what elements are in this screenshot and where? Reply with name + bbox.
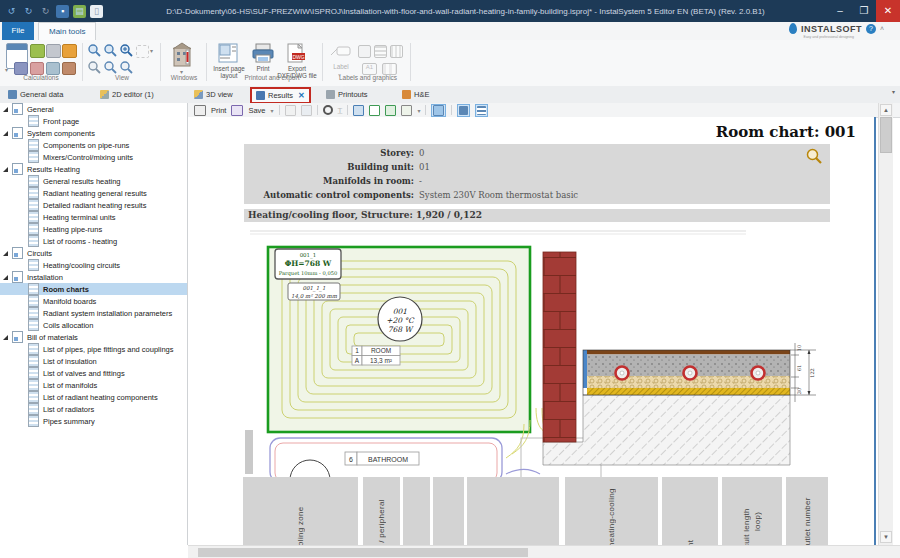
tree-leaf-list-manifolds[interactable]: List of manifolds: [0, 379, 187, 391]
layout-toggle-1[interactable]: [431, 104, 446, 117]
calc-option-3-icon[interactable]: [62, 44, 77, 58]
file-menu-button[interactable]: File: [2, 22, 34, 40]
tree-leaf-room-charts[interactable]: Room charts: [0, 283, 187, 295]
tree-leaf-front-page[interactable]: Front page: [0, 115, 187, 127]
calc-option-2-icon[interactable]: [46, 44, 61, 58]
zoom-in-icon[interactable]: [88, 44, 101, 57]
maximize-button[interactable]: ❐: [852, 0, 876, 22]
tree-node-circuits[interactable]: Circuits: [0, 247, 187, 259]
calc-option-1-icon[interactable]: [30, 44, 45, 58]
horizontal-scroll-thumb[interactable]: [198, 548, 528, 557]
tabbar-overflow-icon[interactable]: ▾: [892, 88, 895, 95]
calc-option-7-icon[interactable]: [62, 62, 76, 75]
save-toolbar-label[interactable]: Save: [248, 106, 265, 115]
calculations-caret-icon[interactable]: ▾: [5, 66, 8, 73]
tree-leaf-heating-terminal-units[interactable]: Heating terminal units: [0, 211, 187, 223]
tab-hae[interactable]: H&E: [398, 87, 433, 102]
zoom-fit-icon[interactable]: [104, 61, 117, 74]
print-toolbar-icon[interactable]: [194, 105, 206, 116]
tree-leaf-coils-allocation[interactable]: Coils allocation: [0, 319, 187, 331]
tree-leaf-heating-cooling-circuits[interactable]: Heating/cooling circuits: [0, 259, 187, 271]
tab-results[interactable]: Results ✕: [250, 87, 311, 104]
windows-building-icon[interactable]: [172, 42, 194, 68]
zoom-out-icon[interactable]: [104, 44, 117, 57]
expand-caret-icon[interactable]: [3, 107, 8, 112]
save-icon[interactable]: ▪: [56, 5, 69, 18]
tree-leaf-list-pipes-fittings[interactable]: List of pipes, pipe fittings and couplin…: [0, 343, 187, 355]
tab-general-data[interactable]: General data: [4, 87, 67, 102]
zoom-grid-icon[interactable]: [136, 45, 149, 58]
vertical-scrollbar[interactable]: ▲ ▼: [878, 103, 893, 545]
copy-icon[interactable]: [285, 105, 296, 116]
tab-2d-editor[interactable]: 2D editor (1): [96, 87, 158, 102]
horizontal-scrollbar[interactable]: [188, 545, 900, 558]
zoom-prev-icon[interactable]: [88, 61, 101, 74]
list-graphic-icon[interactable]: [374, 45, 387, 58]
redo-icon[interactable]: ↻: [22, 5, 35, 18]
tree-leaf-general-results-heating[interactable]: General results heating: [0, 175, 187, 187]
tree-leaf-list-valves[interactable]: List of valves and fittings: [0, 367, 187, 379]
view-mode-1-icon[interactable]: [353, 105, 364, 116]
layout-toggle-3[interactable]: [475, 104, 488, 117]
layout-toggle-2[interactable]: [457, 104, 470, 117]
zoom-area-icon[interactable]: [120, 44, 133, 57]
tree-leaf-list-of-rooms[interactable]: List of rooms - heating: [0, 235, 187, 247]
export-dxf-icon[interactable]: DWG: [286, 43, 306, 63]
tab-printouts[interactable]: Printouts: [322, 87, 372, 102]
tree-leaf-pipes-summary[interactable]: Pipes summary: [0, 415, 187, 427]
scroll-down-icon[interactable]: ▼: [880, 531, 892, 543]
snapshot-icon[interactable]: ▤: [73, 5, 86, 18]
minimize-button[interactable]: –: [828, 0, 852, 22]
tree-leaf-list-radiant-components[interactable]: List of radiant heating components: [0, 391, 187, 403]
tree-leaf-mixers[interactable]: Mixers/Control/mixing units: [0, 151, 187, 163]
view-mode-caret-icon[interactable]: ▾: [417, 107, 420, 114]
view-mode-2-icon[interactable]: [369, 105, 380, 116]
print-icon[interactable]: [252, 43, 274, 63]
find-icon[interactable]: [323, 105, 333, 115]
vertical-scroll-thumb[interactable]: [880, 117, 892, 153]
expand-caret-icon[interactable]: [3, 167, 8, 172]
results-close-icon[interactable]: ✕: [298, 91, 305, 100]
tree-node-bill-of-materials[interactable]: Bill of materials: [0, 331, 187, 343]
tree-node-installation[interactable]: Installation: [0, 271, 187, 283]
tree-leaf-manifold-boards[interactable]: Manifold boards: [0, 295, 187, 307]
tree-leaf-radiant-general-results[interactable]: Radiant heating general results: [0, 187, 187, 199]
main-tools-tab[interactable]: Main tools: [38, 22, 96, 40]
insert-page-layout-label[interactable]: Insert page layout: [213, 65, 245, 79]
save-caret-icon[interactable]: ▾: [271, 107, 274, 114]
zoom-selection-icon[interactable]: [120, 61, 133, 74]
tree-leaf-components-pipe-runs[interactable]: Components on pipe-runs: [0, 139, 187, 151]
expand-caret-icon[interactable]: [3, 131, 8, 136]
help-icon[interactable]: ?: [866, 24, 876, 34]
tree-node-results-heating[interactable]: Results Heating: [0, 163, 187, 175]
history-icon[interactable]: ↻: [39, 5, 52, 18]
close-button[interactable]: ✕: [876, 0, 900, 22]
page-setup-icon[interactable]: [301, 105, 312, 116]
expand-caret-icon[interactable]: [3, 335, 8, 340]
tree-leaf-detailed-radiant-results[interactable]: Detailed radiant heating results: [0, 199, 187, 211]
tab-3d-view[interactable]: 3D view: [190, 87, 237, 102]
tree-leaf-heating-pipe-runs[interactable]: Heating pipe-runs: [0, 223, 187, 235]
print-toolbar-label[interactable]: Print: [211, 106, 226, 115]
tree-node-general[interactable]: General: [0, 103, 187, 115]
view-caret-icon[interactable]: ▾: [150, 47, 153, 54]
insert-page-layout-icon[interactable]: [218, 43, 238, 63]
text-format-icon[interactable]: T̲: [338, 106, 343, 115]
label-button[interactable]: Label: [333, 63, 348, 70]
print-label[interactable]: Print: [257, 65, 270, 72]
collapse-ribbon-icon[interactable]: ˄: [880, 25, 884, 32]
tree-leaf-list-insulation[interactable]: List of insulation: [0, 355, 187, 367]
view-mode-3-icon[interactable]: [385, 105, 396, 116]
expand-caret-icon[interactable]: [3, 275, 8, 280]
new-page-icon[interactable]: ▯: [90, 5, 103, 18]
scroll-up-icon[interactable]: ▲: [880, 104, 892, 116]
graphic-frame-icon[interactable]: [358, 45, 371, 58]
magnifier-icon[interactable]: [806, 148, 822, 164]
save-toolbar-icon[interactable]: [231, 105, 243, 116]
tree-node-system-components[interactable]: System components: [0, 127, 187, 139]
table-graphic-icon[interactable]: [390, 45, 403, 58]
view-mode-4-icon[interactable]: [401, 105, 412, 116]
expand-caret-icon[interactable]: [3, 251, 8, 256]
tree-leaf-radiant-install-params[interactable]: Radiant system installation parameters: [0, 307, 187, 319]
callout-icon[interactable]: [330, 45, 352, 57]
